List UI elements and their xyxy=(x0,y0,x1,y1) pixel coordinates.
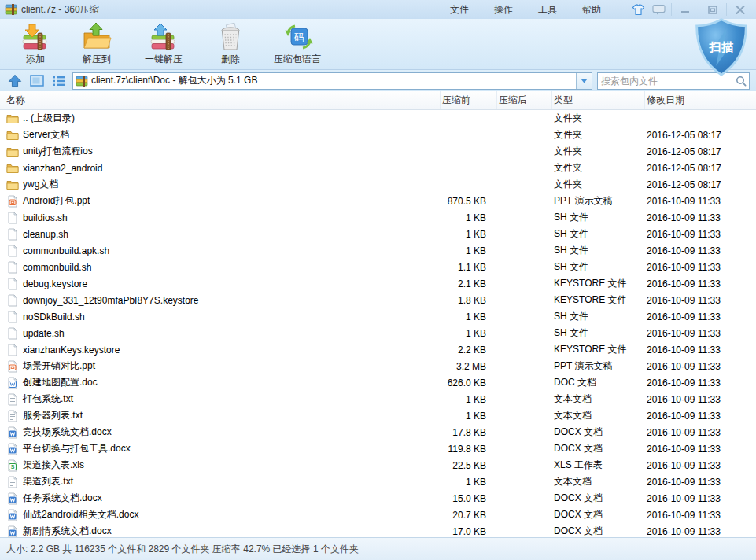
file-name-cell[interactable]: 平台切换与打包工具.docx xyxy=(0,442,441,455)
table-row[interactable]: ywg文档文件夹2016-12-05 08:17 xyxy=(0,176,756,193)
file-name-cell[interactable]: S渠道接入表.xls xyxy=(0,459,441,472)
packed-size-cell: 1 KB xyxy=(441,477,497,488)
modified-date-cell: 2016-10-09 11:33 xyxy=(645,460,756,471)
table-row[interactable]: buildios.sh1 KBSH 文件2016-10-09 11:33 xyxy=(0,209,756,226)
column-header-3[interactable]: 类型 xyxy=(552,91,645,109)
table-row[interactable]: xianzhanKeys.keystore2.2 KBKEYSTORE 文件20… xyxy=(0,341,756,358)
packed-size-cell: 119.8 KB xyxy=(441,444,497,455)
file-name-cell[interactable]: 打包系统.txt xyxy=(0,392,441,406)
packed-size-cell: 1 KB xyxy=(441,394,497,405)
toolbar-button-3[interactable]: 删除 xyxy=(200,20,261,68)
modified-date-cell: 2016-10-09 11:33 xyxy=(645,295,756,306)
table-row[interactable]: 新剧情系统文档.docx17.0 KBDOCX 文档2016-10-09 11:… xyxy=(0,523,756,537)
menu-item-0[interactable]: 文件 xyxy=(437,2,481,18)
feedback-icon[interactable] xyxy=(648,2,669,17)
file-name-cell[interactable]: 创建地图配置.doc xyxy=(0,376,441,389)
table-row[interactable]: 渠道列表.txt1 KB文本文档2016-10-09 11:33 xyxy=(0,473,756,490)
packed-size-cell: 1.8 KB xyxy=(441,295,497,306)
packed-size-cell: 1 KB xyxy=(441,229,497,240)
table-row[interactable]: 仙战2android相关文档.docx20.7 KBDOCX 文档2016-10… xyxy=(0,507,756,523)
table-row[interactable]: 任务系统文档.docx15.0 KBDOCX 文档2016-10-09 11:3… xyxy=(0,490,756,507)
file-name-cell[interactable]: 场景开销对比.ppt xyxy=(0,359,441,373)
maximize-button[interactable] xyxy=(702,2,724,17)
file-name-cell[interactable]: 渠道列表.txt xyxy=(0,475,441,488)
docx-icon xyxy=(6,509,19,521)
scan-shield-button[interactable]: 扫描 xyxy=(691,17,751,77)
file-name-cell[interactable]: unity打包流程ios xyxy=(0,145,441,158)
file-name-cell[interactable]: debug.keystore xyxy=(0,278,441,290)
modified-date-cell: 2016-10-09 11:33 xyxy=(645,311,756,322)
address-bar[interactable]: client.7z\client\Doc - 解包大小为 5.1 GB xyxy=(72,72,592,90)
file-name-cell[interactable]: 竞技场系统文档.docx xyxy=(0,426,441,439)
table-row[interactable]: 场景开销对比.ppt3.2 MBPPT 演示文稿2016-10-09 11:33 xyxy=(0,358,756,374)
table-row[interactable]: update.sh1 KBSH 文件2016-10-09 11:33 xyxy=(0,325,756,341)
file-name-cell[interactable]: commonbuild.sh xyxy=(0,261,441,274)
table-row[interactable]: unity打包流程ios文件夹2016-12-05 08:17 xyxy=(0,143,756,160)
table-row[interactable]: Android打包.ppt870.5 KBPPT 演示文稿2016-10-09 … xyxy=(0,193,756,209)
file-name-cell[interactable]: commonbuild.apk.sh xyxy=(0,245,441,257)
menu-item-2[interactable]: 工具 xyxy=(526,2,570,18)
skin-icon[interactable] xyxy=(628,2,648,17)
table-row[interactable]: Server文档文件夹2016-12-05 08:17 xyxy=(0,127,756,143)
column-header-0[interactable]: 名称 xyxy=(0,91,441,109)
file-name-cell[interactable]: xianzhan2_android xyxy=(0,162,441,175)
table-row[interactable]: debug.keystore2.1 KBKEYSTORE 文件2016-10-0… xyxy=(0,275,756,292)
up-directory-button[interactable] xyxy=(6,73,24,89)
file-name-cell[interactable]: update.sh xyxy=(0,327,441,340)
file-name: commonbuild.apk.sh xyxy=(23,245,109,256)
column-header-row: 名称压缩前压缩后类型修改日期 xyxy=(0,91,756,110)
file-type-cell: KEYSTORE 文件 xyxy=(552,293,645,307)
file-type-cell: 文件夹 xyxy=(552,145,645,158)
file-name-cell[interactable]: Server文档 xyxy=(0,128,441,142)
file-icon xyxy=(6,327,19,340)
address-dropdown-button[interactable] xyxy=(576,73,592,89)
file-name-cell[interactable]: 新剧情系统文档.docx xyxy=(0,525,441,537)
toolbar-button-0[interactable]: 添加 xyxy=(5,20,66,68)
modified-date-cell: 2016-10-09 11:33 xyxy=(645,262,756,273)
table-row[interactable]: noSDkBuild.sh1 KBSH 文件2016-10-09 11:33 xyxy=(0,308,756,325)
file-name-cell[interactable]: .. (上级目录) xyxy=(0,112,441,125)
column-header-2[interactable]: 压缩后 xyxy=(497,91,552,109)
file-name: Server文档 xyxy=(23,128,69,142)
file-name-cell[interactable]: 仙战2android相关文档.docx xyxy=(0,508,441,521)
column-header-1[interactable]: 压缩前 xyxy=(441,91,497,109)
close-button[interactable] xyxy=(729,2,751,17)
toolbar-button-4[interactable]: 码 压缩包语言 xyxy=(261,20,334,68)
table-row[interactable]: 打包系统.txt1 KB文本文档2016-10-09 11:33 xyxy=(0,391,756,407)
table-row[interactable]: xianzhan2_android文件夹2016-12-05 08:17 xyxy=(0,160,756,176)
table-row[interactable]: S渠道接入表.xls22.5 KBXLS 工作表2016-10-09 11:33 xyxy=(0,457,756,473)
table-row[interactable]: .. (上级目录)文件夹 xyxy=(0,110,756,127)
table-row[interactable]: 服务器列表.txt1 KB文本文档2016-10-09 11:33 xyxy=(0,407,756,424)
toolbar-button-2[interactable]: 一键解压 xyxy=(127,20,200,68)
file-name-cell[interactable]: downjoy_331_12t90mfaPbI8Y7S.keystore xyxy=(0,294,441,307)
table-row[interactable]: commonbuild.apk.sh1 KBSH 文件2016-10-09 11… xyxy=(0,242,756,259)
folder-icon xyxy=(6,129,19,142)
file-name-cell[interactable]: 服务器列表.txt xyxy=(0,409,441,422)
file-name-cell[interactable]: cleanup.sh xyxy=(0,228,441,241)
add-archive-icon xyxy=(20,22,51,52)
toolbar-button-1[interactable]: 解压到 xyxy=(66,20,127,68)
table-row[interactable]: downjoy_331_12t90mfaPbI8Y7S.keystore1.8 … xyxy=(0,292,756,308)
file-icon xyxy=(6,261,19,274)
menu-item-1[interactable]: 操作 xyxy=(481,2,526,18)
flat-view-button[interactable] xyxy=(28,73,46,89)
details-view-button[interactable] xyxy=(50,73,68,89)
file-name-cell[interactable]: Android打包.ppt xyxy=(0,194,441,208)
table-row[interactable]: 创建地图配置.doc626.0 KBDOC 文档2016-10-09 11:33 xyxy=(0,374,756,391)
column-header-4[interactable]: 修改日期 xyxy=(645,91,756,109)
address-path[interactable]: client.7z\client\Doc - 解包大小为 5.1 GB xyxy=(91,74,576,87)
file-name-cell[interactable]: noSDkBuild.sh xyxy=(0,311,441,323)
menu-item-3[interactable]: 帮助 xyxy=(570,2,614,18)
table-row[interactable]: commonbuild.sh1.1 KBSH 文件2016-10-09 11:3… xyxy=(0,259,756,275)
packed-size-cell: 1 KB xyxy=(441,212,497,223)
minimize-button[interactable] xyxy=(674,2,696,17)
file-name-cell[interactable]: buildios.sh xyxy=(0,212,441,224)
table-row[interactable]: cleanup.sh1 KBSH 文件2016-10-09 11:33 xyxy=(0,226,756,242)
toolbar-button-label: 添加 xyxy=(26,53,45,66)
file-name-cell[interactable]: 任务系统文档.docx xyxy=(0,492,441,505)
table-row[interactable]: 平台切换与打包工具.docx119.8 KBDOCX 文档2016-10-09 … xyxy=(0,440,756,457)
file-name-cell[interactable]: xianzhanKeys.keystore xyxy=(0,344,441,356)
file-icon xyxy=(6,311,19,323)
table-row[interactable]: 竞技场系统文档.docx17.8 KBDOCX 文档2016-10-09 11:… xyxy=(0,424,756,440)
file-name-cell[interactable]: ywg文档 xyxy=(0,178,441,191)
